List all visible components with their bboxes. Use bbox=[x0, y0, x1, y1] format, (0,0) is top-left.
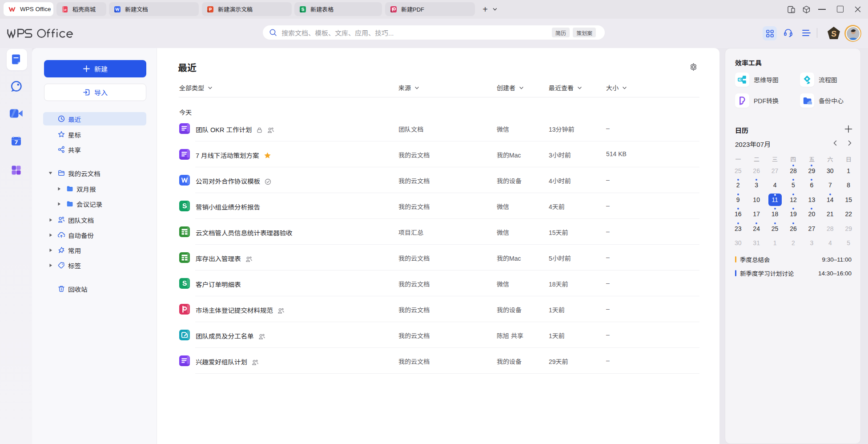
svg-text:S: S bbox=[831, 29, 837, 38]
